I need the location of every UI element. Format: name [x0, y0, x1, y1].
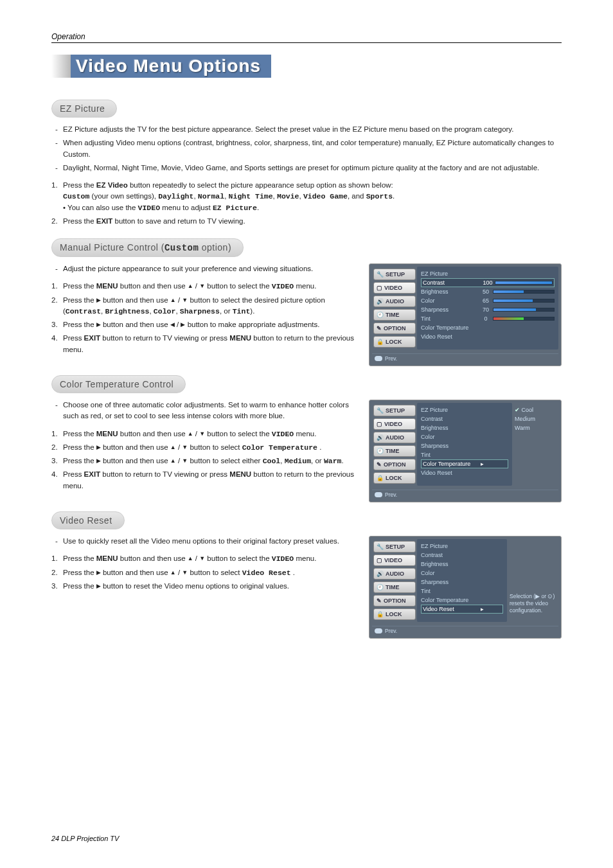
osd-body: EZ PictureContrast100Brightness50Color65…: [417, 267, 558, 350]
osd-option-medium: Medium: [515, 414, 556, 423]
manual-picture-steps: Press the MENU button and then use ▲ / ▼…: [51, 281, 361, 355]
osd-panel-videoreset: 🔧SETUP▢VIDEO🔊AUDIO🕘TIME✎OPTION🔒LOCK EZ P…: [369, 536, 562, 639]
step-item: Press the MENU button and then use ▲ / ▼…: [51, 429, 361, 439]
osd-row-color: Color65: [421, 296, 555, 305]
osd-hint: Selection (▶ or ⊙) resets the video conf…: [507, 592, 558, 616]
osd-body: EZ PictureContrastBrightnessColorSharpne…: [417, 539, 507, 622]
note-item: When adjusting Video menu options (contr…: [51, 137, 562, 160]
svg-rect-0: [375, 356, 382, 361]
osd-option-cool: Cool: [515, 405, 556, 414]
step-item: Press the MENU button and then use ▲ / ▼…: [51, 553, 361, 564]
osd-option-warm: Warm: [515, 423, 556, 432]
osd-footer: Prev.: [372, 353, 558, 363]
step-item: Press EXIT button to return to TV viewin…: [51, 469, 361, 492]
note-item: Adjust the picture appearance to suit yo…: [51, 263, 361, 274]
osd-tab-setup: 🔧SETUP: [373, 405, 416, 416]
video-reset-text: Use to quickly reset all the Video menu …: [51, 536, 361, 594]
step-item: Press the ▶ button and then use ▲ / ▼ bu…: [51, 456, 361, 466]
osd-tab-lock: 🔒LOCK: [373, 336, 416, 348]
osd-tab-video: ▢VIDEO: [373, 418, 416, 430]
osd-footer: Prev.: [372, 490, 558, 499]
step-item: Press the ▶ button and then use ▲ / ▼ bu…: [51, 567, 361, 578]
osd-tab-option: ✎OPTION: [373, 323, 416, 334]
osd-tabs: 🔧SETUP▢VIDEO🔊AUDIO🕘TIME✎OPTION🔒LOCK: [372, 267, 417, 350]
osd-tab-lock: 🔒LOCK: [373, 472, 416, 484]
heading-color-temp: Color Temperature Control: [51, 375, 186, 393]
osd-footer: Prev.: [372, 626, 558, 635]
video-reset-steps: Press the MENU button and then use ▲ / ▼…: [51, 553, 361, 592]
note-item: Choose one of three automatic color adju…: [51, 400, 361, 422]
osd-panel-manual: 🔧SETUP▢VIDEO🔊AUDIO🕘TIME✎OPTION🔒LOCK EZ P…: [369, 263, 562, 366]
heading-ez-picture: EZ Picture: [51, 100, 117, 118]
heading-video-reset: Video Reset: [51, 511, 125, 529]
note-item: Daylight, Normal, Night Time, Movie, Vid…: [51, 163, 562, 173]
osd-tab-time: 🕘TIME: [373, 445, 416, 457]
osd-options: CoolMediumWarm: [512, 403, 558, 486]
osd-tab-setup: 🔧SETUP: [373, 269, 416, 280]
step-item: Press the EXIT button to save and return…: [51, 216, 562, 227]
heading-manual-picture: Manual Picture Control (Custom option): [51, 238, 244, 257]
title-gradient: [51, 55, 71, 78]
svg-rect-2: [375, 628, 382, 633]
step-item: Press the EZ Video button repeatedly to …: [51, 180, 562, 213]
page-footer: 24 DLP Projection TV: [51, 835, 119, 842]
menu-pill-icon: [375, 356, 382, 361]
menu-pill-icon: [375, 492, 382, 497]
osd-tab-video: ▢VIDEO: [373, 282, 416, 294]
color-temp-text: Choose one of three automatic color adju…: [51, 400, 361, 494]
osd-row-contrast: Contrast100: [421, 278, 555, 287]
section-label: Operation: [51, 32, 562, 43]
osd-tab-audio: 🔊AUDIO: [373, 296, 416, 307]
page-title: Video Menu Options: [71, 55, 271, 78]
osd-row-sharpness: Sharpness70: [421, 305, 555, 314]
osd-tabs: 🔧SETUP▢VIDEO🔊AUDIO🕘TIME✎OPTION🔒LOCK: [372, 539, 417, 622]
osd-tab-time: 🕘TIME: [373, 581, 416, 593]
osd-panel-colortemp: 🔧SETUP▢VIDEO🔊AUDIO🕘TIME✎OPTION🔒LOCK EZ P…: [369, 400, 562, 502]
step-item: Press EXIT button to return to TV viewin…: [51, 333, 361, 355]
ez-picture-steps: Press the EZ Video button repeatedly to …: [51, 180, 562, 227]
ez-picture-text: EZ Picture adjusts the TV for the best p…: [51, 124, 562, 227]
svg-rect-1: [375, 492, 382, 497]
osd-tab-video: ▢VIDEO: [373, 554, 416, 566]
osd-tab-audio: 🔊AUDIO: [373, 432, 416, 443]
note-item: EZ Picture adjusts the TV for the best p…: [51, 124, 562, 135]
page-title-bar: Video Menu Options: [51, 55, 562, 78]
osd-tab-setup: 🔧SETUP: [373, 541, 416, 553]
osd-tab-time: 🕘TIME: [373, 309, 416, 321]
osd-row-brightness: Brightness50: [421, 287, 555, 296]
step-item: Press the ▶ button and then use ▲ / ▼ bu…: [51, 442, 361, 453]
osd-tab-option: ✎OPTION: [373, 595, 416, 607]
menu-pill-icon: [375, 628, 382, 633]
note-item: Use to quickly reset all the Video menu …: [51, 536, 361, 547]
osd-row-tint: Tint0: [421, 314, 555, 323]
color-temp-steps: Press the MENU button and then use ▲ / ▼…: [51, 429, 361, 492]
step-item: Press the MENU button and then use ▲ / ▼…: [51, 281, 361, 292]
manual-picture-text: Adjust the picture appearance to suit yo…: [51, 263, 361, 358]
osd-tab-lock: 🔒LOCK: [373, 608, 416, 620]
osd-tab-option: ✎OPTION: [373, 459, 416, 470]
step-item: Press the ▶ button and then use ▲ / ▼ bu…: [51, 295, 361, 317]
osd-tabs: 🔧SETUP▢VIDEO🔊AUDIO🕘TIME✎OPTION🔒LOCK: [372, 403, 417, 486]
osd-body: EZ PictureContrastBrightnessColorSharpne…: [417, 403, 512, 486]
step-item: Press the ▶ button to reset the Video me…: [51, 581, 361, 592]
ez-picture-notes: EZ Picture adjusts the TV for the best p…: [51, 124, 562, 173]
osd-tab-audio: 🔊AUDIO: [373, 568, 416, 580]
step-item: Press the ▶ button and then use ◀ / ▶ bu…: [51, 319, 361, 330]
